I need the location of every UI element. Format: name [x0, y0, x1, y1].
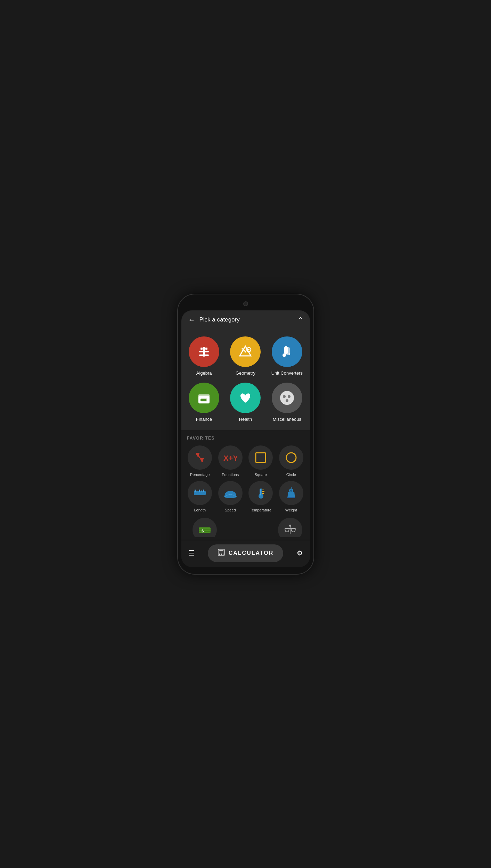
svg-marker-22: [200, 458, 204, 462]
svg-point-19: [288, 395, 290, 398]
fav-item-currency[interactable]: $: [193, 518, 217, 537]
svg-point-8: [248, 349, 249, 350]
speed-icon: [223, 487, 238, 499]
svg-rect-30: [201, 490, 202, 492]
svg-point-18: [283, 395, 286, 398]
temperature-label: Temperature: [250, 508, 271, 512]
svg-point-58: [219, 554, 220, 554]
equations-icon: X+Y: [223, 452, 237, 463]
collapse-button[interactable]: ⌃: [298, 316, 303, 324]
svg-rect-46: [199, 527, 211, 533]
finance-label: Finance: [196, 417, 212, 422]
percentage-icon-circle: [188, 445, 212, 470]
length-icon: [193, 488, 206, 498]
svg-rect-14: [198, 394, 210, 397]
svg-rect-4: [203, 347, 205, 357]
length-icon-circle: [188, 481, 212, 505]
geometry-icon: [237, 343, 254, 360]
fav-item-percentage[interactable]: Percentage: [187, 445, 213, 477]
svg-rect-42: [287, 497, 295, 498]
category-item-unit-converters[interactable]: * Unit Converters: [270, 336, 304, 376]
misc-label: Miscellaneous: [273, 417, 301, 422]
svg-text:$: $: [202, 529, 204, 533]
category-item-geometry[interactable]: Geometry: [228, 336, 263, 376]
category-item-finance[interactable]: Finance: [187, 383, 221, 422]
calculator-label: CALCULATOR: [229, 550, 274, 556]
phone-screen: ← Pick a category ⌃ Algebra: [181, 310, 310, 567]
temperature-icon: [254, 486, 267, 500]
svg-point-44: [290, 490, 292, 492]
converters-icon-circle: *: [272, 336, 302, 367]
algebra-icon-circle: [189, 336, 219, 367]
misc-icon: [279, 390, 295, 406]
header-title: Pick a category: [199, 316, 240, 323]
equations-label: Equations: [222, 473, 239, 477]
weight-icon: [285, 486, 298, 500]
svg-point-52: [289, 525, 291, 527]
percentage-label: Percentage: [190, 473, 210, 477]
svg-point-11: [283, 353, 286, 357]
svg-point-59: [221, 554, 221, 554]
circle-icon: [285, 451, 298, 464]
svg-rect-47: [199, 529, 211, 529]
percentage-icon: [194, 451, 206, 464]
geometry-label: Geometry: [236, 370, 255, 376]
fav-item-equations[interactable]: X+Y Equations: [217, 445, 244, 477]
svg-rect-38: [260, 489, 261, 495]
svg-rect-28: [197, 490, 197, 492]
temperature-icon-circle: [248, 481, 273, 505]
finance-icon: [196, 390, 212, 406]
misc-icon-circle: [272, 383, 302, 413]
fav-item-length[interactable]: Length: [187, 481, 213, 512]
svg-rect-29: [199, 490, 200, 492]
category-item-algebra[interactable]: Algebra: [187, 336, 221, 376]
calculator-button[interactable]: CALCULATOR: [208, 544, 284, 562]
svg-point-17: [280, 391, 294, 405]
currency-icon-circle: $: [193, 518, 217, 537]
svg-text:X+Y: X+Y: [223, 454, 237, 462]
speed-label: Speed: [225, 508, 236, 512]
category-item-health[interactable]: Health: [228, 383, 263, 422]
algebra-icon: [196, 344, 212, 359]
partial-spacer2: [249, 518, 274, 537]
square-icon-circle: [248, 445, 273, 470]
svg-rect-31: [203, 490, 204, 492]
calc-svg-icon: [218, 549, 225, 556]
fav-item-temperature[interactable]: Temperature: [248, 481, 274, 512]
fav-item-circle[interactable]: Circle: [278, 445, 304, 477]
category-item-miscellaneous[interactable]: Miscellaneous: [270, 383, 304, 422]
svg-point-16: [206, 399, 208, 401]
svg-point-55: [219, 552, 220, 553]
circle-icon-circle: [279, 445, 303, 470]
fav-item-scale[interactable]: [278, 518, 302, 537]
settings-button[interactable]: ⚙: [297, 549, 303, 557]
fav-item-square[interactable]: Square: [248, 445, 274, 477]
favorites-grid: Percentage X+Y Equations: [187, 445, 304, 512]
svg-text:*: *: [288, 352, 290, 358]
svg-point-56: [221, 552, 221, 553]
category-grid: Algebra Geometry: [181, 329, 310, 430]
menu-button[interactable]: ☰: [188, 549, 195, 557]
finance-icon-circle: [189, 383, 219, 413]
converters-icon: *: [279, 343, 295, 360]
scale-icon-circle: [278, 518, 302, 537]
fav-item-speed[interactable]: Speed: [217, 481, 244, 512]
health-icon-circle: [230, 383, 261, 413]
svg-rect-1: [205, 348, 207, 350]
svg-rect-54: [219, 550, 223, 551]
svg-point-57: [222, 552, 223, 553]
svg-rect-24: [256, 453, 265, 462]
favorites-title: FAVORITES: [187, 436, 304, 441]
square-label: Square: [255, 473, 267, 477]
partial-spacer: [221, 518, 245, 537]
phone-shell: ← Pick a category ⌃ Algebra: [178, 294, 313, 574]
svg-point-34: [224, 495, 237, 498]
svg-point-25: [286, 453, 296, 462]
fav-item-weight[interactable]: Weight: [278, 481, 304, 512]
circle-label: Circle: [286, 473, 296, 477]
health-label: Health: [239, 417, 252, 422]
svg-rect-0: [201, 348, 203, 350]
back-button[interactable]: ←: [188, 316, 195, 324]
svg-point-20: [286, 399, 288, 402]
header-left: ← Pick a category: [188, 316, 240, 324]
